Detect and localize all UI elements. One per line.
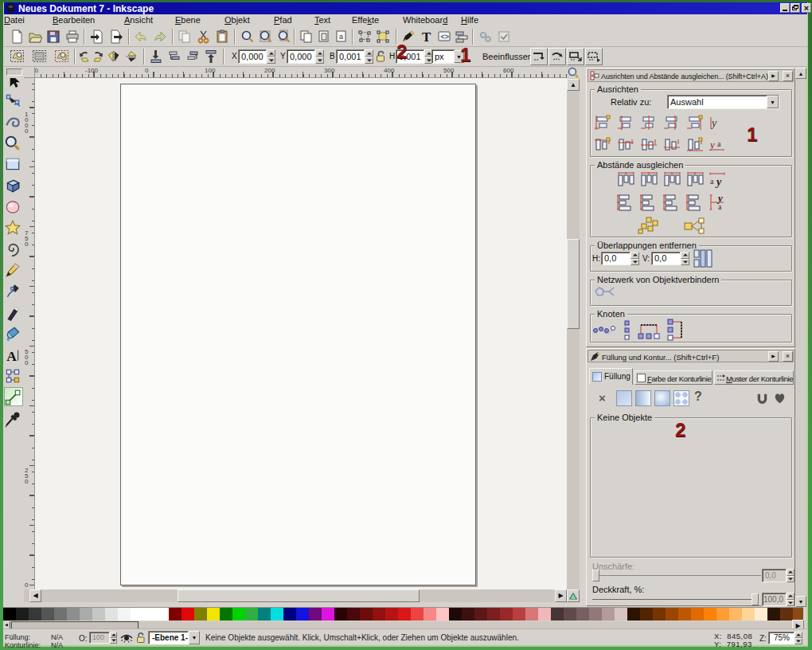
svg-text:y: y bbox=[715, 176, 722, 188]
svg-text:a: a bbox=[339, 33, 343, 41]
svg-text:y: y bbox=[709, 139, 715, 151]
svg-text:T: T bbox=[422, 29, 431, 44]
svg-text:A: A bbox=[6, 348, 17, 364]
svg-text:a: a bbox=[718, 202, 722, 211]
svg-text:a: a bbox=[710, 177, 714, 186]
svg-text:<>: <> bbox=[441, 33, 450, 41]
svg-text:a: a bbox=[717, 139, 721, 148]
